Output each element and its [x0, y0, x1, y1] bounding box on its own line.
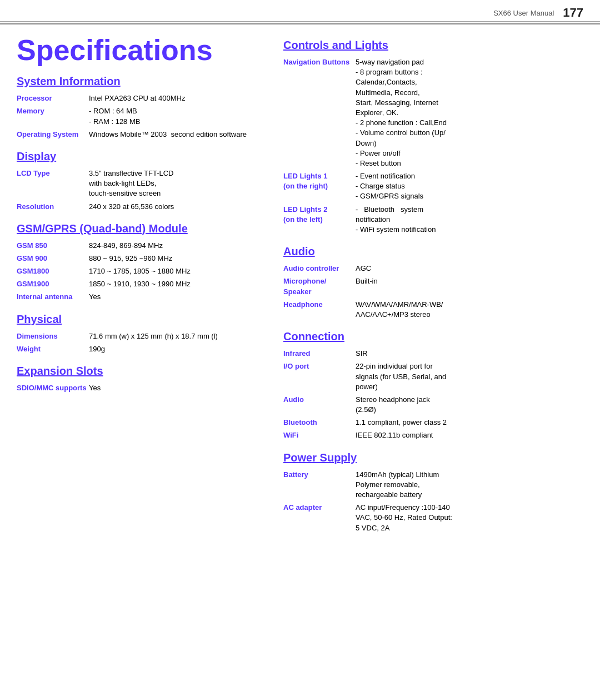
spec-value: 1.1 compliant, power class 2 — [356, 416, 583, 429]
spec-label: I/O port — [283, 360, 356, 394]
spec-label: Internal antenna — [17, 291, 89, 304]
spec-label: LED Lights 1 (on the right) — [283, 170, 356, 203]
spec-value: 3.5" transflective TFT-LCD with back-lig… — [89, 167, 261, 201]
table-row: GSM 850824-849, 869-894 MHz — [17, 240, 261, 252]
section-controls: Controls and Lights — [283, 39, 583, 52]
table-row: Audio controllerAGC — [283, 262, 583, 275]
spec-label: Resolution — [17, 201, 89, 214]
connection-table: InfraredSIRI/O port22-pin individual por… — [283, 347, 583, 443]
table-row: Dimensions71.6 mm (w) x 125 mm (h) x 18.… — [17, 330, 261, 343]
spec-label: GSM 850 — [17, 240, 89, 252]
spec-value: AGC — [356, 262, 583, 275]
spec-value: - Bluetooth system notification - WiFi s… — [356, 203, 583, 237]
spec-label: GSM 900 — [17, 252, 89, 265]
section-physical: Physical — [17, 313, 261, 326]
page-title: Specifications — [17, 30, 261, 66]
section-system-info: System Information — [17, 75, 261, 88]
table-row: AC adapterAC input/Frequency :100-140 VA… — [283, 502, 583, 535]
power-table: Battery1490mAh (typical) Lithium Polymer… — [283, 469, 583, 535]
table-row: Memory- ROM : 64 MB - RAM : 128 MB — [17, 105, 261, 128]
table-row: Internal antennaYes — [17, 291, 261, 304]
page-header: SX66 User Manual 177 — [0, 0, 600, 24]
spec-label: WiFi — [283, 429, 356, 442]
section-audio: Audio — [283, 245, 583, 258]
main-content: Specifications System Information Proces… — [0, 24, 600, 537]
spec-label: Audio — [283, 394, 356, 416]
spec-label: Battery — [283, 469, 356, 502]
system-info-table: ProcessorIntel PXA263 CPU at 400MHzMemor… — [17, 92, 261, 141]
expansion-table: SDIO/MMC supportsYes — [17, 382, 261, 395]
left-column: Specifications System Information Proces… — [17, 24, 272, 537]
spec-label: Headphone — [283, 299, 356, 321]
table-row: WiFiIEEE 802.11b compliant — [283, 429, 583, 442]
table-row: SDIO/MMC supportsYes — [17, 382, 261, 395]
spec-value: SIR — [356, 347, 583, 360]
table-row: Battery1490mAh (typical) Lithium Polymer… — [283, 469, 583, 502]
spec-label: Dimensions — [17, 330, 89, 343]
display-table: LCD Type3.5" transflective TFT-LCD with … — [17, 167, 261, 214]
table-row: ProcessorIntel PXA263 CPU at 400MHz — [17, 92, 261, 105]
table-row: HeadphoneWAV/WMA/AMR/MAR-WB/ AAC/AAC+/MP… — [283, 299, 583, 321]
physical-table: Dimensions71.6 mm (w) x 125 mm (h) x 18.… — [17, 330, 261, 356]
spec-value: 1850 ~ 1910, 1930 ~ 1990 MHz — [89, 278, 261, 291]
spec-label: Bluetooth — [283, 416, 356, 429]
spec-label: Memory — [17, 105, 89, 128]
audio-table: Audio controllerAGCMicrophone/ SpeakerBu… — [283, 262, 583, 321]
spec-value: 22-pin individual port for signals (for … — [356, 360, 583, 394]
table-row: Resolution240 x 320 at 65,536 colors — [17, 201, 261, 214]
controls-table: Navigation Buttons5-way navigation pad -… — [283, 56, 583, 236]
spec-label: Processor — [17, 92, 89, 105]
spec-value: 71.6 mm (w) x 125 mm (h) x 18.7 mm (l) — [89, 330, 261, 343]
spec-value: AC input/Frequency :100-140 VAC, 50-60 H… — [356, 502, 583, 535]
spec-value: 1490mAh (typical) Lithium Polymer remova… — [356, 469, 583, 502]
spec-value: - ROM : 64 MB - RAM : 128 MB — [89, 105, 261, 128]
spec-label: Infrared — [283, 347, 356, 360]
spec-label: GSM1800 — [17, 265, 89, 278]
spec-label: GSM1900 — [17, 278, 89, 291]
spec-label: Weight — [17, 343, 89, 356]
table-row: GSM 900880 ~ 915, 925 ~960 MHz — [17, 252, 261, 265]
table-row: LCD Type3.5" transflective TFT-LCD with … — [17, 167, 261, 201]
table-row: I/O port22-pin individual port for signa… — [283, 360, 583, 394]
spec-value: 1710 ~ 1785, 1805 ~ 1880 MHz — [89, 265, 261, 278]
spec-value: 190g — [89, 343, 261, 356]
table-row: AudioStereo headphone jack (2.5Ø) — [283, 394, 583, 416]
table-row: InfraredSIR — [283, 347, 583, 360]
table-row: LED Lights 2 (on the left)- Bluetooth sy… — [283, 203, 583, 237]
table-row: Bluetooth1.1 compliant, power class 2 — [283, 416, 583, 429]
spec-label: AC adapter — [283, 502, 356, 535]
table-row: Weight190g — [17, 343, 261, 356]
spec-value: 824-849, 869-894 MHz — [89, 240, 261, 252]
spec-label: Microphone/ Speaker — [283, 275, 356, 298]
spec-value: Yes — [89, 291, 261, 304]
spec-value: Built-in — [356, 275, 583, 298]
section-expansion: Expansion Slots — [17, 365, 261, 378]
spec-value: - Event notification - Charge status - G… — [356, 170, 583, 203]
table-row: GSM19001850 ~ 1910, 1930 ~ 1990 MHz — [17, 278, 261, 291]
manual-title: SX66 User Manual — [493, 9, 554, 17]
table-row: Navigation Buttons5-way navigation pad -… — [283, 56, 583, 170]
table-row: Operating SystemWindows Mobile™ 2003 sec… — [17, 128, 261, 141]
spec-label: SDIO/MMC supports — [17, 382, 89, 395]
spec-label: Operating System — [17, 128, 89, 141]
spec-label: LED Lights 2 (on the left) — [283, 203, 356, 237]
spec-value: 880 ~ 915, 925 ~960 MHz — [89, 252, 261, 265]
table-row: Microphone/ SpeakerBuilt-in — [283, 275, 583, 298]
section-gsm: GSM/GPRS (Quad-band) Module — [17, 222, 261, 235]
spec-label: Audio controller — [283, 262, 356, 275]
spec-value: 5-way navigation pad - 8 program buttons… — [356, 56, 583, 170]
right-column: Controls and Lights Navigation Buttons5-… — [272, 24, 583, 537]
spec-value: 240 x 320 at 65,536 colors — [89, 201, 261, 214]
section-power: Power Supply — [283, 451, 583, 464]
section-display: Display — [17, 150, 261, 163]
table-row: LED Lights 1 (on the right)- Event notif… — [283, 170, 583, 203]
gsm-table: GSM 850824-849, 869-894 MHzGSM 900880 ~ … — [17, 240, 261, 304]
page-number: 177 — [563, 6, 583, 20]
spec-label: Navigation Buttons — [283, 56, 356, 170]
table-row: GSM18001710 ~ 1785, 1805 ~ 1880 MHz — [17, 265, 261, 278]
spec-value: Windows Mobile™ 2003 second edition soft… — [89, 128, 261, 141]
spec-value: Stereo headphone jack (2.5Ø) — [356, 394, 583, 416]
spec-label: LCD Type — [17, 167, 89, 201]
spec-value: WAV/WMA/AMR/MAR-WB/ AAC/AAC+/MP3 stereo — [356, 299, 583, 321]
spec-value: IEEE 802.11b compliant — [356, 429, 583, 442]
